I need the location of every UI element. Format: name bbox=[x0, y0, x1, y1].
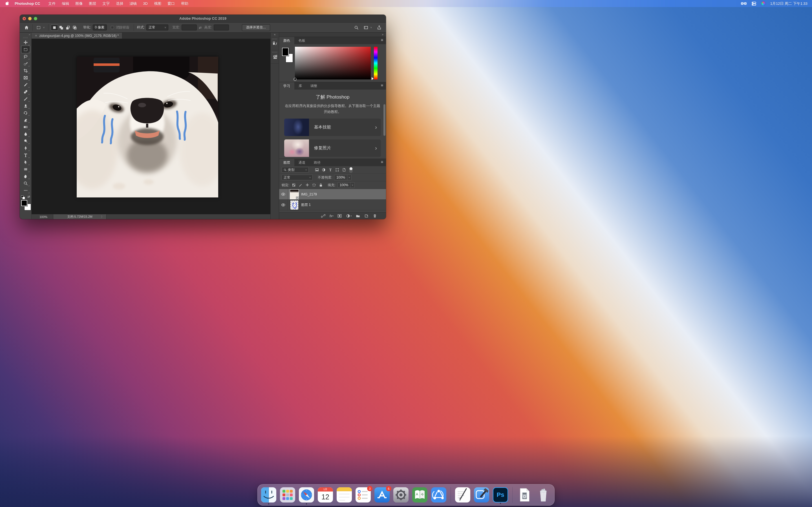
menu-item-select[interactable]: 选择 bbox=[116, 1, 123, 6]
document-sizes-field[interactable]: 文档:5.72M/15.2M 〉 bbox=[53, 214, 107, 219]
lock-artboard-icon[interactable] bbox=[312, 183, 316, 187]
zoom-level-field[interactable]: 100% bbox=[40, 215, 47, 219]
history-panel-button[interactable] bbox=[271, 37, 279, 50]
tab-learn[interactable]: 学习 bbox=[279, 82, 294, 90]
menu-item-filter[interactable]: 滤镜 bbox=[130, 1, 137, 6]
learn-scrollbar[interactable] bbox=[384, 104, 386, 136]
close-window-button[interactable] bbox=[22, 17, 26, 20]
tool-move[interactable] bbox=[21, 39, 30, 46]
layer-name[interactable]: 图层 1 bbox=[301, 203, 311, 207]
tool-object-selection[interactable] bbox=[21, 60, 30, 67]
height-input[interactable] bbox=[214, 24, 229, 31]
canvas-pasteboard[interactable] bbox=[32, 39, 270, 214]
collapse-panels-icon[interactable]: » bbox=[279, 33, 386, 37]
lock-pixels-icon[interactable] bbox=[298, 183, 303, 187]
tool-path-selection[interactable] bbox=[21, 159, 30, 166]
tool-crop[interactable] bbox=[21, 67, 30, 74]
menu-item-layer[interactable]: 图层 bbox=[89, 1, 96, 6]
menu-item-type[interactable]: 文字 bbox=[102, 1, 110, 6]
filter-pixel-layers-icon[interactable] bbox=[314, 168, 319, 172]
apple-menu-icon[interactable] bbox=[6, 1, 10, 6]
expand-panels-icon[interactable]: « bbox=[271, 33, 279, 37]
tool-eraser[interactable] bbox=[21, 116, 30, 123]
learn-card-retouch-photos[interactable]: 修复照片 › bbox=[284, 139, 381, 157]
tab-swatches[interactable]: 色板 bbox=[294, 37, 310, 44]
select-and-mask-button[interactable]: 选择并遮住... bbox=[242, 24, 270, 31]
color-picker-marker[interactable] bbox=[294, 78, 297, 81]
menu-item-window[interactable]: 窗口 bbox=[167, 1, 175, 6]
layer-thumbnail[interactable] bbox=[290, 189, 299, 199]
tool-eyedropper[interactable] bbox=[21, 81, 30, 88]
hue-slider-marker[interactable] bbox=[371, 77, 375, 80]
tool-hand[interactable] bbox=[21, 173, 30, 180]
close-tab-icon[interactable]: × bbox=[35, 34, 37, 38]
tool-history-brush[interactable] bbox=[21, 109, 30, 116]
tool-blur[interactable] bbox=[21, 130, 30, 137]
tool-clone-stamp[interactable] bbox=[21, 102, 30, 109]
panel-menu-icon[interactable]: ≡ bbox=[381, 37, 386, 44]
new-layer-icon[interactable] bbox=[364, 214, 368, 218]
share-icon[interactable] bbox=[376, 25, 383, 31]
new-group-icon[interactable] bbox=[356, 214, 360, 218]
tab-libraries[interactable]: 库 bbox=[294, 82, 306, 90]
panel-menu-icon[interactable]: ≡ bbox=[381, 159, 386, 166]
menu-item-file[interactable]: 文件 bbox=[48, 1, 56, 6]
learn-card-basic-skills[interactable]: 基本技能 › bbox=[284, 119, 381, 136]
layer-visibility-toggle[interactable] bbox=[279, 200, 288, 210]
zoom-window-button[interactable] bbox=[34, 17, 37, 20]
add-to-selection-mode-button[interactable] bbox=[58, 25, 64, 31]
layer-visibility-toggle[interactable] bbox=[279, 189, 288, 200]
subtract-selection-mode-button[interactable] bbox=[64, 25, 71, 31]
tool-zoom[interactable] bbox=[21, 180, 30, 187]
tab-layers[interactable]: 图层 bbox=[279, 159, 294, 166]
workspace-switcher-icon[interactable]: ˅ bbox=[363, 25, 373, 31]
window-title-bar[interactable]: Adobe Photoshop CC 2019 bbox=[20, 15, 386, 22]
hue-slider[interactable] bbox=[374, 47, 377, 79]
filter-type-layers-icon[interactable] bbox=[328, 168, 333, 172]
layer-thumbnail[interactable] bbox=[290, 200, 299, 210]
layer-row-img-2179[interactable]: IMG_2179 bbox=[279, 189, 386, 200]
link-layers-icon[interactable] bbox=[321, 214, 325, 218]
tool-shape[interactable] bbox=[21, 166, 30, 173]
lock-all-icon[interactable] bbox=[318, 183, 323, 187]
canvas-document-image[interactable] bbox=[77, 57, 218, 198]
swap-dimensions-icon[interactable]: ⇄ bbox=[199, 25, 202, 30]
layer-filter-dropdown[interactable]: 类型 ˅ bbox=[282, 167, 309, 173]
search-icon[interactable] bbox=[353, 25, 360, 31]
properties-panel-button[interactable] bbox=[271, 50, 279, 63]
tab-adjustments[interactable]: 调整 bbox=[306, 82, 321, 90]
menu-item-edit[interactable]: 编辑 bbox=[62, 1, 69, 6]
document-tab[interactable]: × zidongxunjian-4.png @ 100% (IMG_2179, … bbox=[32, 33, 122, 39]
toolbar-grip[interactable] bbox=[23, 37, 28, 38]
tab-channels[interactable]: 通道 bbox=[294, 159, 310, 166]
tab-paths[interactable]: 路径 bbox=[310, 159, 325, 166]
delete-layer-icon[interactable] bbox=[373, 214, 377, 218]
tool-frame[interactable] bbox=[21, 74, 30, 81]
filter-smart-objects-icon[interactable] bbox=[342, 168, 346, 172]
menu-item-3d[interactable]: 3D bbox=[143, 1, 148, 6]
tool-lasso[interactable] bbox=[21, 53, 30, 60]
saturation-field[interactable] bbox=[295, 47, 371, 79]
width-input[interactable] bbox=[182, 24, 197, 31]
foreground-color-swatch[interactable] bbox=[21, 200, 28, 206]
tool-healing-brush[interactable] bbox=[21, 88, 30, 95]
tool-gradient[interactable] bbox=[21, 123, 30, 130]
menu-item-view[interactable]: 视图 bbox=[154, 1, 161, 6]
tool-more[interactable] bbox=[21, 187, 30, 194]
blend-mode-dropdown[interactable]: 正常 ˅ bbox=[282, 175, 313, 180]
status-chevron-icon[interactable]: 〉 bbox=[101, 215, 104, 219]
layer-row-layer-1[interactable]: 图层 1 bbox=[279, 200, 386, 210]
home-button[interactable] bbox=[23, 25, 30, 31]
tool-brush[interactable] bbox=[21, 95, 30, 102]
marquee-tool-preset-icon[interactable]: ˅ bbox=[35, 25, 46, 31]
intersect-selection-mode-button[interactable] bbox=[71, 25, 78, 31]
opacity-input[interactable]: 100% ˅ bbox=[334, 175, 352, 180]
layer-name[interactable]: IMG_2179 bbox=[301, 192, 317, 196]
lock-position-icon[interactable] bbox=[305, 183, 310, 187]
tool-dodge[interactable] bbox=[21, 137, 30, 145]
tool-rectangular-marquee[interactable] bbox=[21, 46, 30, 53]
filter-toggle-switch[interactable] bbox=[349, 167, 353, 173]
menu-app-name[interactable]: Photoshop CC bbox=[15, 1, 40, 6]
style-dropdown[interactable]: 正常 ˅ bbox=[146, 24, 168, 31]
toolbar-expand-icon[interactable]: » bbox=[20, 33, 31, 37]
